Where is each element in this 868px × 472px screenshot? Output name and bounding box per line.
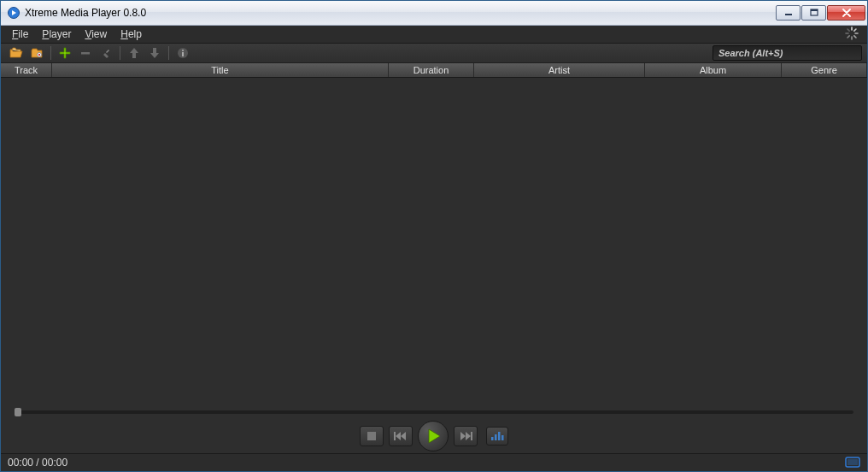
equalizer-button[interactable] bbox=[486, 427, 508, 445]
column-duration[interactable]: Duration bbox=[389, 63, 474, 77]
toolbar: Search (Alt+S) bbox=[1, 44, 867, 63]
next-button[interactable] bbox=[454, 426, 478, 446]
svg-marker-23 bbox=[460, 432, 466, 440]
svg-marker-21 bbox=[401, 432, 406, 440]
playlist-header: Track Title Duration Artist Album Genre bbox=[1, 63, 867, 78]
column-title[interactable]: Title bbox=[52, 63, 389, 77]
seek-area bbox=[1, 405, 867, 419]
app-window: Xtreme Media Player 0.8.0 File Player Vi… bbox=[0, 0, 868, 472]
svg-rect-29 bbox=[501, 435, 504, 440]
play-button[interactable] bbox=[418, 421, 449, 451]
svg-rect-4 bbox=[811, 9, 818, 11]
svg-line-12 bbox=[847, 29, 849, 31]
svg-rect-31 bbox=[847, 459, 858, 465]
svg-rect-28 bbox=[498, 432, 501, 440]
column-album[interactable]: Album bbox=[645, 63, 782, 77]
titlebar: Xtreme Media Player 0.8.0 bbox=[1, 1, 867, 26]
toolbar-separator bbox=[120, 46, 120, 60]
menu-help[interactable]: Help bbox=[114, 27, 149, 42]
svg-line-10 bbox=[847, 35, 849, 37]
maximize-button[interactable] bbox=[801, 5, 826, 21]
open-folder-button[interactable] bbox=[26, 44, 47, 62]
window-controls bbox=[776, 5, 865, 21]
menubar: File Player View Help bbox=[1, 26, 867, 44]
playback-controls bbox=[1, 419, 867, 453]
remove-button[interactable] bbox=[75, 44, 96, 62]
display-mode-icon[interactable] bbox=[845, 457, 860, 469]
svg-marker-22 bbox=[429, 429, 440, 443]
menu-player[interactable]: Player bbox=[35, 27, 78, 42]
playlist-area[interactable] bbox=[1, 78, 867, 405]
svg-rect-19 bbox=[394, 432, 396, 440]
time-display: 00:00 / 00:00 bbox=[8, 457, 67, 469]
svg-rect-18 bbox=[367, 432, 376, 440]
previous-button[interactable] bbox=[389, 426, 413, 446]
column-artist[interactable]: Artist bbox=[474, 63, 645, 77]
svg-marker-20 bbox=[396, 432, 401, 440]
search-input[interactable]: Search (Alt+S) bbox=[713, 45, 862, 61]
svg-line-8 bbox=[854, 35, 856, 37]
svg-line-6 bbox=[854, 29, 856, 31]
svg-rect-27 bbox=[495, 434, 497, 440]
statusbar: 00:00 / 00:00 bbox=[1, 453, 867, 471]
clear-button[interactable] bbox=[96, 44, 116, 62]
window-title: Xtreme Media Player 0.8.0 bbox=[25, 7, 776, 19]
seek-thumb[interactable] bbox=[15, 408, 21, 416]
column-track[interactable]: Track bbox=[1, 63, 52, 77]
toolbar-separator bbox=[50, 46, 51, 60]
column-genre[interactable]: Genre bbox=[782, 63, 867, 77]
busy-spinner-icon bbox=[845, 27, 859, 43]
minimize-button[interactable] bbox=[776, 5, 801, 21]
app-icon bbox=[7, 6, 21, 20]
seek-slider[interactable] bbox=[15, 410, 853, 414]
menu-view[interactable]: View bbox=[78, 27, 114, 42]
menu-file[interactable]: File bbox=[5, 27, 35, 42]
move-up-button[interactable] bbox=[124, 44, 144, 62]
svg-point-16 bbox=[182, 50, 184, 51]
svg-rect-14 bbox=[81, 52, 90, 55]
svg-rect-17 bbox=[182, 52, 184, 56]
search-placeholder: Search (Alt+S) bbox=[718, 48, 783, 58]
toolbar-separator bbox=[168, 46, 169, 60]
open-file-button[interactable] bbox=[6, 44, 26, 62]
svg-marker-24 bbox=[466, 432, 471, 440]
svg-rect-26 bbox=[491, 437, 494, 440]
add-button[interactable] bbox=[55, 44, 75, 62]
info-button[interactable] bbox=[173, 44, 193, 62]
close-button[interactable] bbox=[827, 5, 865, 21]
svg-rect-25 bbox=[471, 432, 472, 440]
stop-button[interactable] bbox=[360, 426, 384, 446]
svg-rect-2 bbox=[785, 14, 792, 15]
move-down-button[interactable] bbox=[144, 44, 165, 62]
